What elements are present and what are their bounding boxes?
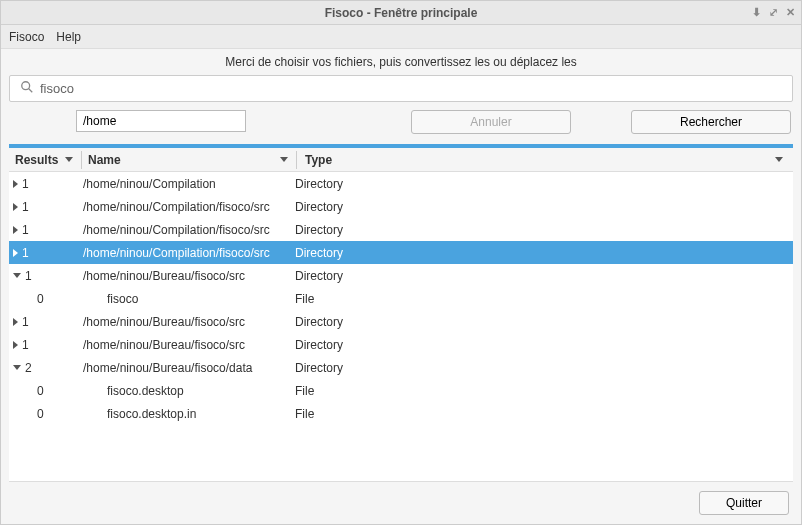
- titlebar: Fisoco - Fenêtre principale ⬇ ⤢ ✕: [1, 1, 801, 25]
- header-name[interactable]: Name: [84, 153, 294, 167]
- search-field[interactable]: [9, 75, 793, 102]
- collapse-icon[interactable]: [13, 273, 21, 278]
- expand-icon[interactable]: [13, 341, 18, 349]
- expand-icon[interactable]: [13, 226, 18, 234]
- menu-help[interactable]: Help: [56, 30, 81, 44]
- table-row[interactable]: 0 fisoco.desktop File: [9, 379, 793, 402]
- search-icon: [20, 80, 34, 97]
- table-row[interactable]: 1 /home/ninou/Compilation Directory: [9, 172, 793, 195]
- sort-icon: [65, 157, 73, 162]
- close-icon[interactable]: ✕: [786, 6, 795, 19]
- maximize-icon[interactable]: ⤢: [769, 6, 778, 19]
- expand-icon[interactable]: [13, 318, 18, 326]
- svg-point-0: [22, 82, 30, 90]
- table-row[interactable]: 1 /home/ninou/Bureau/fisoco/src Director…: [9, 264, 793, 287]
- collapse-icon[interactable]: [13, 365, 21, 370]
- table-row[interactable]: 1 /home/ninou/Bureau/fisoco/src Director…: [9, 333, 793, 356]
- window-title: Fisoco - Fenêtre principale: [325, 6, 478, 20]
- svg-line-1: [29, 89, 33, 93]
- menubar: Fisoco Help: [1, 25, 801, 49]
- table-row[interactable]: 1 /home/ninou/Compilation/fisoco/src Dir…: [9, 218, 793, 241]
- results-table: Results Name Type 1 /home/ninou/Compilat…: [9, 144, 793, 482]
- expand-icon[interactable]: [13, 203, 18, 211]
- window-controls: ⬇ ⤢ ✕: [752, 6, 795, 19]
- search-button[interactable]: Rechercher: [631, 110, 791, 134]
- expand-icon[interactable]: [13, 249, 18, 257]
- controls-row: Annuler Rechercher: [1, 108, 801, 144]
- path-input[interactable]: [76, 110, 246, 132]
- sort-icon: [280, 157, 288, 162]
- search-input[interactable]: [40, 81, 782, 96]
- minimize-icon[interactable]: ⬇: [752, 6, 761, 19]
- header-results[interactable]: Results: [9, 153, 79, 167]
- menu-fisoco[interactable]: Fisoco: [9, 30, 44, 44]
- cancel-button: Annuler: [411, 110, 571, 134]
- sort-icon: [775, 157, 783, 162]
- header-type[interactable]: Type: [299, 153, 793, 167]
- table-headers: Results Name Type: [9, 148, 793, 172]
- table-row[interactable]: 0 fisoco File: [9, 287, 793, 310]
- table-row[interactable]: 1 /home/ninou/Bureau/fisoco/src Director…: [9, 310, 793, 333]
- table-row[interactable]: 2 /home/ninou/Bureau/fisoco/data Directo…: [9, 356, 793, 379]
- instruction-text: Merci de choisir vos fichiers, puis conv…: [1, 49, 801, 75]
- footer: Quitter: [1, 482, 801, 524]
- table-row[interactable]: 0 fisoco.desktop.in File: [9, 402, 793, 425]
- main-window: Fisoco - Fenêtre principale ⬇ ⤢ ✕ Fisoco…: [0, 0, 802, 525]
- expand-icon[interactable]: [13, 180, 18, 188]
- quit-button[interactable]: Quitter: [699, 491, 789, 515]
- table-row[interactable]: 1 /home/ninou/Compilation/fisoco/src Dir…: [9, 195, 793, 218]
- table-row[interactable]: 1 /home/ninou/Compilation/fisoco/src Dir…: [9, 241, 793, 264]
